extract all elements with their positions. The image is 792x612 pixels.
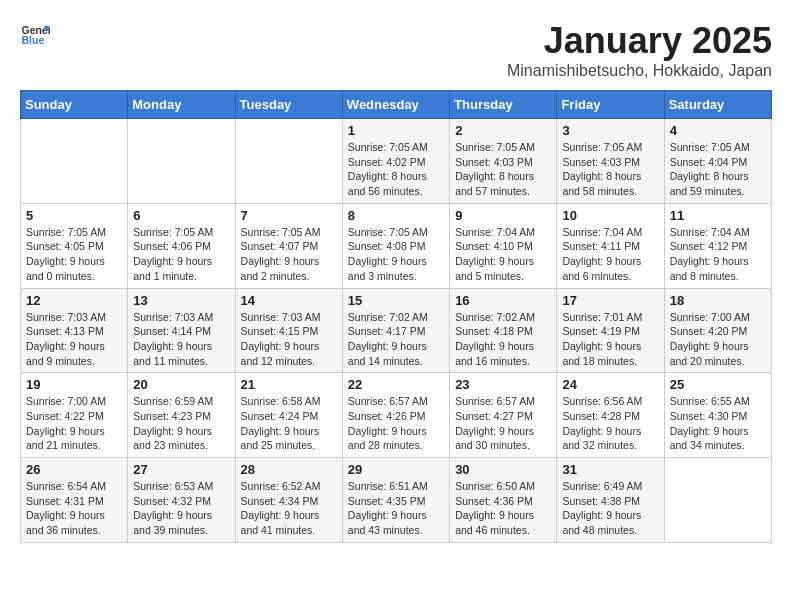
day-info: Sunrise: 7:04 AMSunset: 4:12 PMDaylight:… [670, 225, 766, 284]
day-number: 26 [26, 462, 122, 477]
calendar-table: SundayMondayTuesdayWednesdayThursdayFrid… [20, 90, 772, 543]
day-info: Sunrise: 7:00 AMSunset: 4:20 PMDaylight:… [670, 310, 766, 369]
day-info: Sunrise: 6:58 AMSunset: 4:24 PMDaylight:… [241, 394, 337, 453]
day-info: Sunrise: 7:05 AMSunset: 4:02 PMDaylight:… [348, 140, 444, 199]
day-number: 20 [133, 377, 229, 392]
day-cell: 5Sunrise: 7:05 AMSunset: 4:05 PMDaylight… [21, 203, 128, 288]
day-cell: 20Sunrise: 6:59 AMSunset: 4:23 PMDayligh… [128, 373, 235, 458]
day-cell: 6Sunrise: 7:05 AMSunset: 4:06 PMDaylight… [128, 203, 235, 288]
calendar-title: January 2025 [507, 20, 772, 62]
day-info: Sunrise: 6:52 AMSunset: 4:34 PMDaylight:… [241, 479, 337, 538]
day-number: 10 [562, 208, 658, 223]
logo: General Blue [20, 20, 50, 50]
day-cell: 8Sunrise: 7:05 AMSunset: 4:08 PMDaylight… [342, 203, 449, 288]
day-info: Sunrise: 6:49 AMSunset: 4:38 PMDaylight:… [562, 479, 658, 538]
day-info: Sunrise: 6:59 AMSunset: 4:23 PMDaylight:… [133, 394, 229, 453]
title-section: January 2025 Minamishibetsucho, Hokkaido… [507, 20, 772, 80]
day-number: 7 [241, 208, 337, 223]
day-number: 15 [348, 293, 444, 308]
day-info: Sunrise: 7:05 AMSunset: 4:05 PMDaylight:… [26, 225, 122, 284]
day-cell: 19Sunrise: 7:00 AMSunset: 4:22 PMDayligh… [21, 373, 128, 458]
day-number: 8 [348, 208, 444, 223]
day-number: 29 [348, 462, 444, 477]
calendar-subtitle: Minamishibetsucho, Hokkaido, Japan [507, 62, 772, 80]
day-cell: 1Sunrise: 7:05 AMSunset: 4:02 PMDaylight… [342, 119, 449, 204]
week-row-3: 12Sunrise: 7:03 AMSunset: 4:13 PMDayligh… [21, 288, 772, 373]
day-number: 31 [562, 462, 658, 477]
day-number: 6 [133, 208, 229, 223]
day-info: Sunrise: 7:00 AMSunset: 4:22 PMDaylight:… [26, 394, 122, 453]
weekday-header-row: SundayMondayTuesdayWednesdayThursdayFrid… [21, 91, 772, 119]
weekday-header-sunday: Sunday [21, 91, 128, 119]
weekday-header-wednesday: Wednesday [342, 91, 449, 119]
day-number: 1 [348, 123, 444, 138]
day-number: 27 [133, 462, 229, 477]
day-info: Sunrise: 6:50 AMSunset: 4:36 PMDaylight:… [455, 479, 551, 538]
week-row-4: 19Sunrise: 7:00 AMSunset: 4:22 PMDayligh… [21, 373, 772, 458]
day-cell: 17Sunrise: 7:01 AMSunset: 4:19 PMDayligh… [557, 288, 664, 373]
day-cell: 7Sunrise: 7:05 AMSunset: 4:07 PMDaylight… [235, 203, 342, 288]
day-number: 30 [455, 462, 551, 477]
day-number: 17 [562, 293, 658, 308]
day-cell: 12Sunrise: 7:03 AMSunset: 4:13 PMDayligh… [21, 288, 128, 373]
day-number: 22 [348, 377, 444, 392]
day-number: 28 [241, 462, 337, 477]
day-cell: 22Sunrise: 6:57 AMSunset: 4:26 PMDayligh… [342, 373, 449, 458]
day-cell: 15Sunrise: 7:02 AMSunset: 4:17 PMDayligh… [342, 288, 449, 373]
day-info: Sunrise: 7:05 AMSunset: 4:07 PMDaylight:… [241, 225, 337, 284]
day-number: 23 [455, 377, 551, 392]
day-info: Sunrise: 7:03 AMSunset: 4:15 PMDaylight:… [241, 310, 337, 369]
day-info: Sunrise: 7:03 AMSunset: 4:13 PMDaylight:… [26, 310, 122, 369]
day-info: Sunrise: 7:02 AMSunset: 4:17 PMDaylight:… [348, 310, 444, 369]
day-info: Sunrise: 6:57 AMSunset: 4:27 PMDaylight:… [455, 394, 551, 453]
day-info: Sunrise: 6:57 AMSunset: 4:26 PMDaylight:… [348, 394, 444, 453]
day-cell: 4Sunrise: 7:05 AMSunset: 4:04 PMDaylight… [664, 119, 771, 204]
day-info: Sunrise: 6:51 AMSunset: 4:35 PMDaylight:… [348, 479, 444, 538]
day-number: 16 [455, 293, 551, 308]
weekday-header-friday: Friday [557, 91, 664, 119]
weekday-header-thursday: Thursday [450, 91, 557, 119]
day-number: 21 [241, 377, 337, 392]
day-number: 2 [455, 123, 551, 138]
day-cell: 26Sunrise: 6:54 AMSunset: 4:31 PMDayligh… [21, 458, 128, 543]
svg-text:Blue: Blue [22, 34, 45, 46]
day-number: 4 [670, 123, 766, 138]
day-cell: 29Sunrise: 6:51 AMSunset: 4:35 PMDayligh… [342, 458, 449, 543]
day-info: Sunrise: 6:54 AMSunset: 4:31 PMDaylight:… [26, 479, 122, 538]
day-cell [21, 119, 128, 204]
day-cell: 13Sunrise: 7:03 AMSunset: 4:14 PMDayligh… [128, 288, 235, 373]
day-cell: 31Sunrise: 6:49 AMSunset: 4:38 PMDayligh… [557, 458, 664, 543]
day-cell [128, 119, 235, 204]
weekday-header-tuesday: Tuesday [235, 91, 342, 119]
day-number: 25 [670, 377, 766, 392]
week-row-2: 5Sunrise: 7:05 AMSunset: 4:05 PMDaylight… [21, 203, 772, 288]
day-cell: 24Sunrise: 6:56 AMSunset: 4:28 PMDayligh… [557, 373, 664, 458]
day-info: Sunrise: 7:05 AMSunset: 4:04 PMDaylight:… [670, 140, 766, 199]
day-info: Sunrise: 7:04 AMSunset: 4:11 PMDaylight:… [562, 225, 658, 284]
day-cell: 27Sunrise: 6:53 AMSunset: 4:32 PMDayligh… [128, 458, 235, 543]
week-row-5: 26Sunrise: 6:54 AMSunset: 4:31 PMDayligh… [21, 458, 772, 543]
weekday-header-monday: Monday [128, 91, 235, 119]
day-info: Sunrise: 7:04 AMSunset: 4:10 PMDaylight:… [455, 225, 551, 284]
day-info: Sunrise: 6:55 AMSunset: 4:30 PMDaylight:… [670, 394, 766, 453]
day-number: 19 [26, 377, 122, 392]
day-cell: 23Sunrise: 6:57 AMSunset: 4:27 PMDayligh… [450, 373, 557, 458]
day-number: 18 [670, 293, 766, 308]
day-cell: 30Sunrise: 6:50 AMSunset: 4:36 PMDayligh… [450, 458, 557, 543]
day-info: Sunrise: 7:05 AMSunset: 4:08 PMDaylight:… [348, 225, 444, 284]
day-info: Sunrise: 7:05 AMSunset: 4:06 PMDaylight:… [133, 225, 229, 284]
day-cell: 2Sunrise: 7:05 AMSunset: 4:03 PMDaylight… [450, 119, 557, 204]
day-info: Sunrise: 7:05 AMSunset: 4:03 PMDaylight:… [455, 140, 551, 199]
day-cell: 9Sunrise: 7:04 AMSunset: 4:10 PMDaylight… [450, 203, 557, 288]
day-number: 3 [562, 123, 658, 138]
day-number: 12 [26, 293, 122, 308]
day-info: Sunrise: 6:53 AMSunset: 4:32 PMDaylight:… [133, 479, 229, 538]
day-number: 11 [670, 208, 766, 223]
day-cell: 10Sunrise: 7:04 AMSunset: 4:11 PMDayligh… [557, 203, 664, 288]
day-number: 9 [455, 208, 551, 223]
day-info: Sunrise: 7:03 AMSunset: 4:14 PMDaylight:… [133, 310, 229, 369]
day-info: Sunrise: 7:01 AMSunset: 4:19 PMDaylight:… [562, 310, 658, 369]
header: General Blue January 2025 Minamishibetsu… [20, 20, 772, 80]
day-cell: 3Sunrise: 7:05 AMSunset: 4:03 PMDaylight… [557, 119, 664, 204]
day-info: Sunrise: 7:02 AMSunset: 4:18 PMDaylight:… [455, 310, 551, 369]
